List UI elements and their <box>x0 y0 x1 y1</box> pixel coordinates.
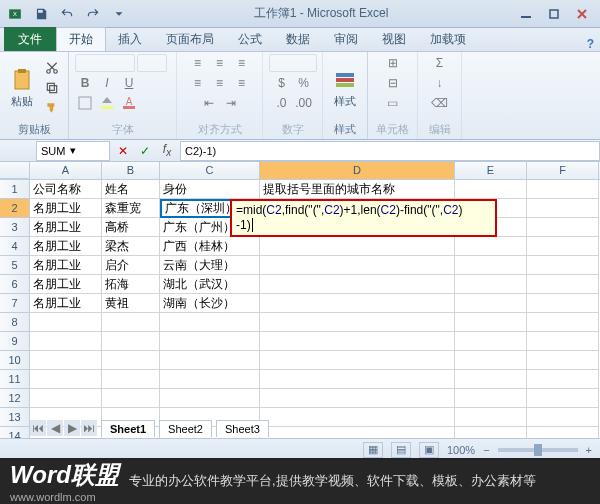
row-header[interactable]: 3 <box>0 218 30 237</box>
cell-E5[interactable] <box>455 256 527 275</box>
close-button[interactable] <box>568 5 596 23</box>
sheet-nav-prev-icon[interactable]: ◀ <box>47 420 63 436</box>
name-box-dropdown-icon[interactable]: ▾ <box>65 144 81 157</box>
tab-data[interactable]: 数据 <box>274 27 322 51</box>
cell-D12[interactable] <box>260 389 455 408</box>
file-tab[interactable]: 文件 <box>4 27 56 51</box>
row-header[interactable]: 11 <box>0 370 30 389</box>
font-name[interactable] <box>75 54 135 72</box>
cell-B3[interactable]: 高桥 <box>102 218 160 237</box>
align-top-icon[interactable]: ≡ <box>188 54 208 72</box>
cell-D13[interactable] <box>260 408 455 427</box>
percent-icon[interactable]: % <box>294 74 314 92</box>
cell-A5[interactable]: 名朋工业 <box>30 256 102 275</box>
indent-dec-icon[interactable]: ⇤ <box>199 94 219 112</box>
cell-D6[interactable] <box>260 275 455 294</box>
fx-icon[interactable]: fx <box>158 142 176 160</box>
row-header[interactable]: 9 <box>0 332 30 351</box>
cell-C12[interactable] <box>160 389 260 408</box>
delete-cells-icon[interactable]: ⊟ <box>373 74 413 92</box>
italic-icon[interactable]: I <box>97 74 117 92</box>
cell-C1[interactable]: 身份 <box>160 180 260 199</box>
row-header[interactable]: 2 <box>0 199 30 218</box>
cell-A9[interactable] <box>30 332 102 351</box>
col-F[interactable]: F <box>527 162 599 179</box>
zoom-slider[interactable] <box>498 448 578 452</box>
row-header[interactable]: 6 <box>0 275 30 294</box>
cell-B6[interactable]: 拓海 <box>102 275 160 294</box>
view-layout-icon[interactable]: ▤ <box>391 442 411 458</box>
cell-F7[interactable] <box>527 294 599 313</box>
zoom-out-icon[interactable]: − <box>483 444 489 456</box>
font-color-icon[interactable]: A <box>119 94 139 112</box>
dec-inc-icon[interactable]: .0 <box>272 94 292 112</box>
cell-B2[interactable]: 森重宽 <box>102 199 160 218</box>
cell-E11[interactable] <box>455 370 527 389</box>
sheet-tab-3[interactable]: Sheet3 <box>216 420 269 437</box>
col-E[interactable]: E <box>455 162 527 179</box>
tab-insert[interactable]: 插入 <box>106 27 154 51</box>
cell-A2[interactable]: 名朋工业 <box>30 199 102 218</box>
align-center-icon[interactable]: ≡ <box>210 74 230 92</box>
currency-icon[interactable]: $ <box>272 74 292 92</box>
cell-F1[interactable] <box>527 180 599 199</box>
row-header[interactable]: 5 <box>0 256 30 275</box>
cell-E7[interactable] <box>455 294 527 313</box>
format-painter-icon[interactable] <box>42 99 62 117</box>
cell-D9[interactable] <box>260 332 455 351</box>
cell-C8[interactable] <box>160 313 260 332</box>
cut-icon[interactable] <box>42 59 62 77</box>
sheet-tab-2[interactable]: Sheet2 <box>159 420 212 437</box>
cell-F11[interactable] <box>527 370 599 389</box>
fill-icon[interactable]: ↓ <box>430 74 450 92</box>
cell-A4[interactable]: 名朋工业 <box>30 237 102 256</box>
cell-E13[interactable] <box>455 408 527 427</box>
cell-A10[interactable] <box>30 351 102 370</box>
tab-review[interactable]: 审阅 <box>322 27 370 51</box>
cell-E10[interactable] <box>455 351 527 370</box>
view-normal-icon[interactable]: ▦ <box>363 442 383 458</box>
indent-inc-icon[interactable]: ⇥ <box>221 94 241 112</box>
dec-dec-icon[interactable]: .00 <box>294 94 314 112</box>
col-D[interactable]: D <box>260 162 455 179</box>
cell-B11[interactable] <box>102 370 160 389</box>
row-header[interactable]: 10 <box>0 351 30 370</box>
cell-A1[interactable]: 公司名称 <box>30 180 102 199</box>
cell-E8[interactable] <box>455 313 527 332</box>
col-A[interactable]: A <box>30 162 102 179</box>
row-header[interactable]: 1 <box>0 180 30 199</box>
cell-C4[interactable]: 广西（桂林） <box>160 237 260 256</box>
cell-B5[interactable]: 启介 <box>102 256 160 275</box>
cell-C11[interactable] <box>160 370 260 389</box>
font-size[interactable] <box>137 54 167 72</box>
copy-icon[interactable] <box>42 79 62 97</box>
name-box[interactable]: SUM ▾ <box>36 141 110 161</box>
cell-A8[interactable] <box>30 313 102 332</box>
sheet-nav-first-icon[interactable]: ⏮ <box>30 420 46 436</box>
align-left-icon[interactable]: ≡ <box>188 74 208 92</box>
row-header[interactable]: 12 <box>0 389 30 408</box>
cell-E9[interactable] <box>455 332 527 351</box>
redo-icon[interactable] <box>82 4 104 24</box>
row-header[interactable]: 4 <box>0 237 30 256</box>
clear-icon[interactable]: ⌫ <box>430 94 450 112</box>
cell-D4[interactable] <box>260 237 455 256</box>
number-format[interactable] <box>269 54 317 72</box>
insert-cells-icon[interactable]: ⊞ <box>373 54 413 72</box>
styles-button[interactable]: 样式 <box>329 66 361 111</box>
tab-formula[interactable]: 公式 <box>226 27 274 51</box>
cell-B8[interactable] <box>102 313 160 332</box>
cell-F3[interactable] <box>527 218 599 237</box>
format-cells-icon[interactable]: ▭ <box>373 94 413 112</box>
help-icon[interactable]: ? <box>587 37 594 51</box>
sheet-nav-last-icon[interactable]: ⏭ <box>81 420 97 436</box>
cell-F2[interactable] <box>527 199 599 218</box>
cell-D11[interactable] <box>260 370 455 389</box>
cell-A11[interactable] <box>30 370 102 389</box>
cell-B1[interactable]: 姓名 <box>102 180 160 199</box>
cell-B10[interactable] <box>102 351 160 370</box>
undo-icon[interactable] <box>56 4 78 24</box>
tab-addin[interactable]: 加载项 <box>418 27 478 51</box>
tab-view[interactable]: 视图 <box>370 27 418 51</box>
accept-formula-icon[interactable]: ✓ <box>136 142 154 160</box>
